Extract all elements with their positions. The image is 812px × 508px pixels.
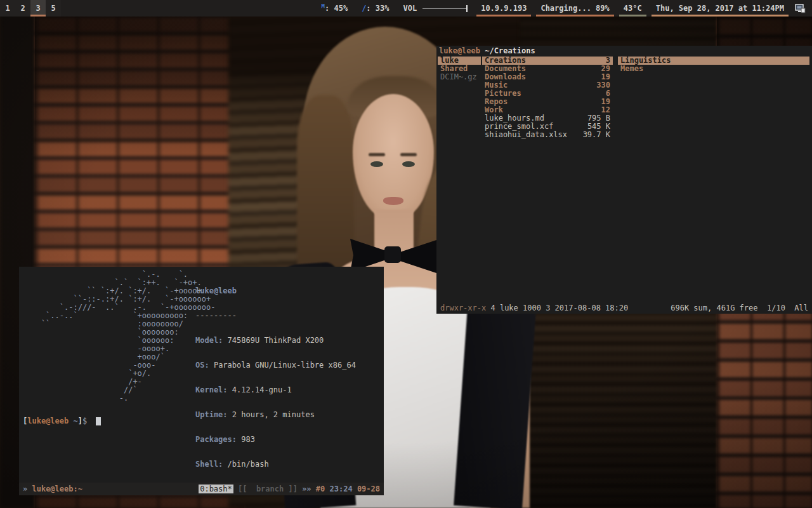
tmux-left: » luke@leeb:~ — [23, 485, 82, 493]
ranger-statusbar: drwxr-xr-x 4 luke 1000 3 2017-08-08 18:2… — [436, 304, 812, 313]
display-icon[interactable] — [795, 4, 806, 13]
ranger-titlebar: luke@leeb ~/Creations — [439, 47, 535, 55]
text-cursor — [96, 417, 101, 425]
ranger-title-path: ~/Creations — [485, 46, 535, 55]
neofetch-field: Uptime: 2 hours, 2 minutes — [195, 411, 365, 419]
ranger-title-user: luke@leeb — [439, 46, 480, 55]
system-tray — [791, 4, 809, 13]
ranger-status-right: 696K sum, 461G free 1/10 All — [671, 304, 808, 313]
bar-spacer — [61, 0, 315, 17]
workspace-tag-3-active[interactable]: 3 — [30, 0, 46, 17]
volume-slider[interactable] — [422, 8, 467, 9]
temperature: 43°C — [617, 0, 649, 17]
neofetch-field: OS: Parabola GNU/Linux-libre x86_64 — [195, 361, 365, 370]
workspace-switcher: 1 2 3 5 — [0, 0, 61, 17]
neofetch-info: luke@leeb --------- Model: 745869U Think… — [195, 271, 365, 508]
neofetch-field: Packages: 983 — [195, 436, 365, 444]
workspace-tag-5[interactable]: 5 — [46, 0, 61, 17]
neofetch-underline: --------- — [195, 312, 365, 320]
neofetch-field: Kernel: 4.12.14-gnu-1 — [195, 386, 365, 394]
neofetch-field: Model: 745869U ThinkPad X200 — [195, 337, 365, 345]
indicator-one-icon: M — [322, 3, 325, 10]
ranger-status-left: drwxr-xr-x 4 luke 1000 3 2017-08-08 18:2… — [440, 304, 628, 313]
indicator-one: M: 45% — [315, 0, 355, 17]
ranger-main-column: Creations3 Documents29 Downloads19 Music… — [482, 57, 613, 139]
workspace-tag-2[interactable]: 2 — [15, 0, 30, 17]
neofetch-field: Shell: /bin/bash — [195, 460, 365, 469]
workspace-tag-1[interactable]: 1 — [0, 0, 15, 17]
indicator-two: /: 33% — [355, 0, 396, 17]
preview-item-memes[interactable]: Memes — [618, 65, 809, 73]
tmux-statusbar: » luke@leeb:~ 0:bash* [[ branch ]] »» #0… — [19, 483, 384, 495]
volume-module: VOL — [396, 0, 474, 17]
indicator-two-value: : 33% — [366, 4, 389, 13]
ranger-parent-column: luke Shared DCIM~.gz — [438, 57, 481, 81]
file-row[interactable]: shiaohui_data.xlsx39.7 K — [482, 131, 613, 139]
parabola-ascii-logo: `.-. `. `.` `:++. `-+o+. `` `:+/. `:+/. … — [23, 271, 215, 403]
tmux-right: 0:bash* [[ branch ]] »» #0 23:24 09-28 — [199, 485, 380, 493]
ip-address: 10.9.9.193 — [474, 0, 534, 17]
terminal-window: `.-. `. `.` `:++. `-+o+. `` `:+/. `:+/. … — [19, 267, 384, 495]
volume-label: VOL — [403, 4, 417, 13]
tmux-window-tab[interactable]: 0:bash* — [199, 485, 233, 493]
battery-status: Charging... 89% — [534, 0, 616, 17]
neofetch-title: luke@leeb — [195, 287, 365, 295]
indicator-two-icon: / — [362, 4, 366, 13]
ranger-window: luke@leeb ~/Creations luke Shared DCIM~.… — [436, 46, 812, 314]
clock: Thu, Sep 28, 2017 at 11:24PM — [649, 0, 791, 17]
shell-prompt[interactable]: [luke@leeb ~]$ — [23, 417, 101, 425]
volume-slider-handle[interactable] — [466, 5, 468, 12]
status-bar: 1 2 3 5 M: 45% /: 33% VOL 10.9.9.193 Cha… — [0, 0, 812, 17]
status-modules: M: 45% /: 33% VOL 10.9.9.193 Charging...… — [315, 0, 812, 17]
desktop: 1 2 3 5 M: 45% /: 33% VOL 10.9.9.193 Cha… — [0, 0, 812, 508]
ranger-preview-column: Linguistics Memes — [618, 57, 809, 73]
preview-item-linguistics[interactable]: Linguistics — [618, 57, 809, 65]
indicator-one-value: : 45% — [325, 4, 348, 13]
parent-item-dcim[interactable]: DCIM~.gz — [438, 73, 481, 81]
